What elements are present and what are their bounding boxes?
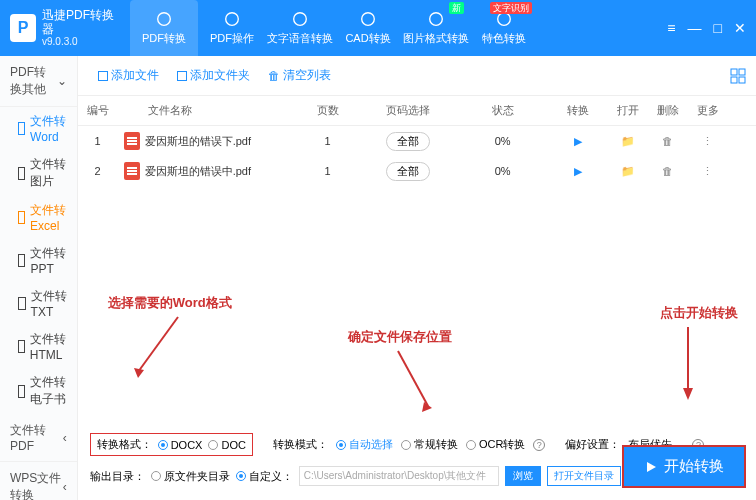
badge: 新 xyxy=(449,2,464,14)
browse-button[interactable]: 浏览 xyxy=(505,466,541,486)
sidebar-item-3[interactable]: 文件转PPT xyxy=(0,239,77,282)
table-row: 2 爱因斯坦的错误中.pdf 1 全部 0% ▶ 📁 🗑 ⋮ xyxy=(78,156,756,186)
app-logo: P 迅捷PDF转换器 v9.0.3.0 xyxy=(0,8,130,49)
arrow-icon xyxy=(388,346,438,416)
table-row: 1 爱因斯坦的错误下.pdf 1 全部 0% ▶ 📁 🗑 ⋮ xyxy=(78,126,756,156)
logo-icon: P xyxy=(10,14,36,42)
radio-mode-normal[interactable]: 常规转换 xyxy=(401,437,458,452)
file-icon xyxy=(18,297,26,310)
svg-point-5 xyxy=(498,13,511,26)
svg-marker-12 xyxy=(134,368,144,378)
convert-button[interactable]: ▶ xyxy=(548,135,608,148)
output-label: 输出目录： xyxy=(90,469,145,484)
file-icon xyxy=(18,340,25,353)
delete-icon[interactable]: 🗑 xyxy=(648,135,688,147)
add-file-button[interactable]: 添加文件 xyxy=(90,64,167,87)
play-icon xyxy=(644,460,658,474)
more-icon[interactable]: ⋮ xyxy=(688,135,728,148)
svg-marker-14 xyxy=(422,402,432,412)
output-path-input[interactable] xyxy=(299,466,499,486)
open-folder-icon[interactable]: 📁 xyxy=(608,165,648,178)
badge: 文字识别 xyxy=(490,2,532,14)
open-folder-icon[interactable]: 📁 xyxy=(608,135,648,148)
svg-marker-10 xyxy=(647,462,656,472)
plus-icon xyxy=(98,71,108,81)
svg-marker-16 xyxy=(683,388,693,400)
arrow-icon xyxy=(128,312,188,382)
maximize-icon[interactable]: □ xyxy=(714,20,722,36)
swap-icon xyxy=(155,10,173,28)
sidebar-item-1[interactable]: 文件转图片 xyxy=(0,150,77,196)
pdf-icon xyxy=(124,162,140,180)
annotation-2: 确定文件保存位置 xyxy=(348,328,452,346)
grid-view-icon[interactable] xyxy=(730,68,746,84)
format-option-box: 转换格式： DOCX DOC xyxy=(90,433,253,456)
chevron-left-icon: ‹ xyxy=(63,431,67,445)
top-tab-4[interactable]: 图片格式转换新 xyxy=(402,0,470,56)
annotation-3: 点击开始转换 xyxy=(660,304,738,322)
svg-point-0 xyxy=(158,13,171,26)
svg-line-11 xyxy=(138,317,178,372)
delete-icon[interactable]: 🗑 xyxy=(648,165,688,177)
svg-point-2 xyxy=(294,13,307,26)
format-label: 转换格式： xyxy=(97,437,152,452)
clear-list-button[interactable]: 🗑清空列表 xyxy=(260,64,339,87)
top-tab-0[interactable]: PDF转换 xyxy=(130,0,198,56)
start-convert-button[interactable]: 开始转换 xyxy=(622,445,746,488)
page-select-button[interactable]: 全部 xyxy=(386,132,430,151)
sidebar-item-2[interactable]: 文件转Excel xyxy=(0,196,77,239)
radio-docx[interactable]: DOCX xyxy=(158,439,203,451)
top-tab-1[interactable]: PDF操作 xyxy=(198,0,266,56)
svg-point-1 xyxy=(226,13,239,26)
file-icon xyxy=(18,167,25,180)
file-icon xyxy=(18,254,25,267)
svg-point-4 xyxy=(430,13,443,26)
top-tab-3[interactable]: CAD转换 xyxy=(334,0,402,56)
app-title: 迅捷PDF转换器 xyxy=(42,8,120,37)
file-icon xyxy=(18,385,25,398)
more-icon[interactable]: ⋮ xyxy=(688,165,728,178)
close-icon[interactable]: ✕ xyxy=(734,20,746,36)
plus-icon xyxy=(177,71,187,81)
arrow-icon xyxy=(673,322,703,402)
file-icon xyxy=(18,211,25,224)
text-icon xyxy=(291,10,309,28)
page-select-button[interactable]: 全部 xyxy=(386,162,430,181)
radio-doc[interactable]: DOC xyxy=(208,439,245,451)
convert-button[interactable]: ▶ xyxy=(548,165,608,178)
open-folder-button[interactable]: 打开文件目录 xyxy=(547,466,621,486)
svg-rect-7 xyxy=(739,69,745,75)
sidebar-item-6[interactable]: 文件转电子书 xyxy=(0,368,77,414)
svg-line-13 xyxy=(398,351,428,406)
add-folder-button[interactable]: 添加文件夹 xyxy=(169,64,258,87)
download-icon xyxy=(359,10,377,28)
target-icon xyxy=(223,10,241,28)
radio-output-custom[interactable]: 自定义： xyxy=(236,469,293,484)
sidebar-cat-wps[interactable]: WPS文件转换 ‹ xyxy=(0,462,77,500)
table-header: 编号文件名称页数页码选择状态转换打开删除更多 xyxy=(78,96,756,126)
image-icon xyxy=(427,10,445,28)
svg-rect-8 xyxy=(731,77,737,83)
app-version: v9.0.3.0 xyxy=(42,36,120,48)
chevron-down-icon: ⌄ xyxy=(57,74,67,88)
help-icon[interactable]: ? xyxy=(533,439,545,451)
top-tab-2[interactable]: 文字语音转换 xyxy=(266,0,334,56)
annotation-1: 选择需要的Word格式 xyxy=(108,294,232,312)
layout-label: 偏好设置： xyxy=(565,437,620,452)
sidebar-cat-pdf-to-other[interactable]: PDF转换其他 ⌄ xyxy=(0,56,77,107)
sidebar-item-0[interactable]: 文件转Word xyxy=(0,107,77,150)
minimize-icon[interactable]: — xyxy=(688,20,702,36)
sidebar-item-5[interactable]: 文件转HTML xyxy=(0,325,77,368)
sidebar-item-4[interactable]: 文件转TXT xyxy=(0,282,77,325)
radio-output-orig[interactable]: 原文件夹目录 xyxy=(151,469,230,484)
sidebar-cat-to-pdf[interactable]: 文件转PDF ‹ xyxy=(0,414,77,462)
chevron-left-icon: ‹ xyxy=(63,480,67,494)
svg-point-3 xyxy=(362,13,375,26)
menu-icon[interactable]: ≡ xyxy=(667,20,675,36)
mode-label: 转换模式： xyxy=(273,437,328,452)
top-tab-5[interactable]: 特色转换文字识别 xyxy=(470,0,538,56)
radio-mode-ocr[interactable]: OCR转换 xyxy=(466,437,525,452)
pdf-icon xyxy=(124,132,140,150)
radio-mode-auto[interactable]: 自动选择 xyxy=(336,437,393,452)
svg-rect-9 xyxy=(739,77,745,83)
